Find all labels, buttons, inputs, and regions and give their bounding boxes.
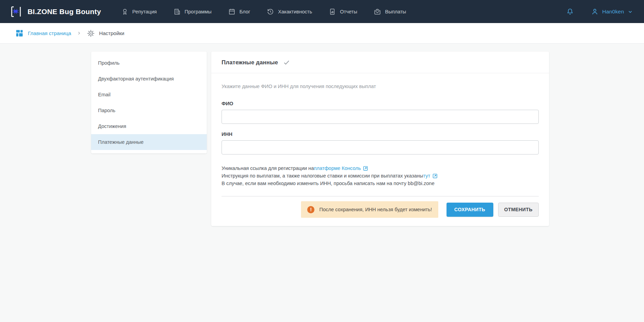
nav-item-hackactivity[interactable]: Хакактивность [267, 8, 312, 15]
sidebar-item-email[interactable]: Email [91, 87, 207, 103]
breadcrumb-home[interactable]: Главная страница [15, 29, 71, 37]
sidebar-item-label: Пароль [98, 108, 115, 113]
info-line-2: Инструкция по выплатам, а также налоговы… [222, 172, 539, 180]
panel-subtitle: Укажите данные ФИО и ИНН для получения п… [222, 84, 539, 89]
nav-label: Репутация [132, 9, 157, 14]
sidebar-item-label: Email [98, 92, 110, 97]
panel-header: Платежные данные [211, 52, 549, 73]
content-area: Профиль Двухфакторная аутентификация Ema… [0, 44, 644, 226]
nav-item-programs[interactable]: Программы [173, 8, 212, 15]
fio-input[interactable] [222, 110, 539, 124]
sidebar-item-2fa[interactable]: Двухфакторная аутентификация [91, 71, 207, 87]
sidebar-item-password[interactable]: Пароль [91, 103, 207, 118]
sidebar-item-profile[interactable]: Профиль [91, 55, 207, 71]
sidebar-item-label: Профиль [98, 60, 120, 66]
brand-title: BI.ZONE Bug Bounty [28, 8, 101, 16]
breadcrumb-current-label: Настройки [99, 30, 125, 36]
warning-exclamation-icon: ! [307, 206, 314, 213]
nav-item-reports[interactable]: Отчеты [329, 8, 357, 15]
building-icon [173, 8, 181, 15]
cancel-button[interactable]: ОТМЕНИТЬ [498, 203, 539, 217]
breadcrumb-current: Настройки [87, 29, 125, 37]
info-line1-text: Уникальная ссылка для регистрации на [222, 165, 314, 172]
sidebar-item-label: Платежные данные [98, 139, 143, 145]
console-platform-link[interactable]: платформе Консоль [314, 165, 361, 172]
breadcrumb-home-link[interactable]: Главная страница [28, 30, 71, 36]
panel-title: Платежные данные [222, 59, 278, 66]
payment-data-panel: Платежные данные Укажите данные ФИО и ИН… [211, 52, 549, 226]
medal-icon [121, 8, 129, 15]
check-icon [283, 59, 290, 66]
nav-label: Отчеты [340, 9, 357, 14]
info-text: Уникальная ссылка для регистрации на пла… [222, 165, 539, 187]
brand-logo[interactable]: BI.ZONE Bug Bounty [9, 5, 101, 19]
nav-item-payouts[interactable]: Выплаты [374, 8, 406, 15]
payout-instructions-link[interactable]: тут [423, 172, 430, 180]
breadcrumb: Главная страница Настройки [0, 23, 644, 44]
gear-icon [87, 29, 95, 37]
history-icon [267, 8, 274, 15]
info-line3-text: В случае, если вам необходимо изменить И… [222, 180, 434, 187]
main-nav: Репутация Программы Блог [121, 8, 566, 15]
bizone-logo-icon [9, 5, 23, 19]
dashboard-grid-icon [15, 29, 24, 37]
sidebar-item-label: Двухфакторная аутентификация [98, 76, 174, 82]
info-line2-text: Инструкция по выплатам, а также налоговы… [222, 172, 423, 180]
user-menu[interactable]: Han0ken [591, 8, 633, 16]
external-link-icon[interactable] [363, 165, 368, 171]
user-avatar-icon [591, 8, 599, 16]
sidebar-item-payment-data[interactable]: Платежные данные [91, 134, 207, 150]
briefcase-icon [374, 8, 381, 15]
chevron-down-icon [627, 9, 633, 14]
inn-label: ИНН [222, 131, 539, 137]
report-icon [329, 8, 336, 15]
fio-label: ФИО [222, 101, 539, 106]
navbar-right: Han0ken [566, 8, 633, 16]
panel-footer: ! После сохранения, ИНН нельзя будет изм… [222, 196, 539, 218]
nav-label: Хакактивность [278, 9, 312, 14]
info-line-1: Уникальная ссылка для регистрации на пла… [222, 165, 539, 172]
sidebar-item-achievements[interactable]: Достижения [91, 118, 207, 134]
save-button[interactable]: СОХРАНИТЬ [447, 203, 493, 217]
external-link-icon[interactable] [432, 173, 438, 179]
warning-text: После сохранения, ИНН нельзя будет измен… [319, 207, 432, 212]
sidebar-item-label: Достижения [98, 124, 126, 129]
inn-warning-banner: ! После сохранения, ИНН нельзя будет изм… [301, 201, 438, 218]
nav-label: Выплаты [385, 9, 406, 14]
notifications-bell-icon[interactable] [566, 8, 574, 16]
nav-item-blog[interactable]: Блог [228, 8, 250, 15]
top-navbar: BI.ZONE Bug Bounty Репутация Программы [0, 0, 644, 23]
nav-label: Блог [239, 9, 250, 14]
nav-label: Программы [185, 9, 212, 14]
calendar-icon [228, 8, 236, 15]
nav-item-reputation[interactable]: Репутация [121, 8, 157, 15]
settings-nav: Профиль Двухфакторная аутентификация Ema… [91, 52, 207, 153]
breadcrumb-separator-icon [77, 31, 81, 35]
panel-body: Укажите данные ФИО и ИНН для получения п… [211, 73, 549, 226]
info-line-3: В случае, если вам необходимо изменить И… [222, 180, 539, 187]
username: Han0ken [602, 9, 624, 15]
inn-input[interactable] [222, 140, 539, 154]
